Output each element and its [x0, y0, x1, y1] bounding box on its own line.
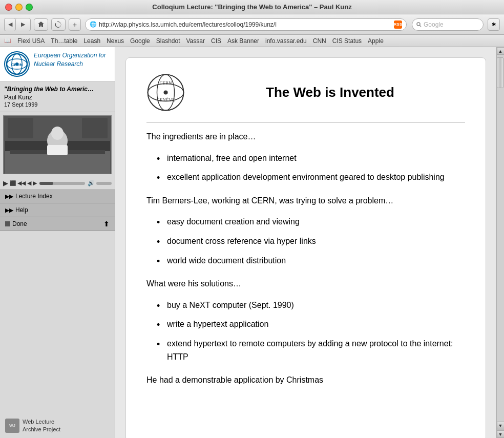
- bookmark-cnn[interactable]: CNN: [313, 37, 326, 45]
- help-link[interactable]: ▶▶ Help: [0, 203, 115, 217]
- bookmark-cis-status[interactable]: CIS Status: [332, 37, 362, 45]
- bookmark-flexi-usa[interactable]: Flexi USA: [17, 37, 45, 45]
- volume-slider[interactable]: [96, 182, 112, 185]
- play-button[interactable]: ▶: [3, 179, 8, 187]
- bookmark-nexus[interactable]: Nexus: [107, 37, 124, 45]
- slide-body: The ingredients are in place… internatio…: [146, 130, 465, 387]
- bookmark-vassar[interactable]: Vassar: [186, 37, 205, 45]
- bug-button[interactable]: ✱: [488, 18, 500, 31]
- bullet-item-1-1: international, free and open internet: [157, 152, 465, 165]
- lecture-index-link[interactable]: ▶▶ Lecture Index: [0, 190, 115, 203]
- svg-text:CERN: CERN: [11, 62, 23, 67]
- footer-text: He had a demonstrable application by Chr…: [146, 373, 465, 387]
- lecture-author: Paul Kunz: [4, 94, 111, 101]
- forward-button[interactable]: ▶: [16, 18, 30, 31]
- bookmark-cis[interactable]: CIS: [211, 37, 221, 45]
- bookmark-info-vassar[interactable]: info.vassar.edu: [265, 37, 307, 45]
- close-button[interactable]: [5, 4, 12, 11]
- bullet-item-3-3: extend hypertext to remote computers by …: [157, 337, 465, 363]
- done-left: Done: [5, 220, 27, 227]
- bookmark-slashdot[interactable]: Slashdot: [156, 37, 180, 45]
- volume-icon[interactable]: 🔊: [88, 180, 95, 186]
- help-label: Help: [15, 206, 28, 214]
- minimize-button[interactable]: [15, 4, 23, 11]
- wlap-logo: WJ: [5, 419, 19, 433]
- cern-text: Tim Berners-Lee, working at CERN, was tr…: [146, 194, 465, 207]
- upload-icon: ⬆: [103, 220, 110, 228]
- cern-header: CERN European Organization for Nuclear R…: [0, 47, 115, 81]
- next-button[interactable]: ▶: [33, 180, 37, 186]
- scroll-track[interactable]: [497, 55, 505, 422]
- arrow-icon-1: ▶▶: [5, 193, 13, 200]
- title-bar: Colloqium Lecture: "Bringing the Web to …: [0, 0, 504, 14]
- bookmark-table[interactable]: Th…table: [51, 37, 77, 45]
- scroll-bottom-button[interactable]: ▼: [497, 430, 505, 438]
- svg-point-19: [164, 91, 168, 95]
- intro-text: The ingredients are in place…: [146, 130, 465, 143]
- lecture-index-label: Lecture Index: [15, 193, 53, 200]
- window-title: Colloqium Lecture: "Bringing the Web to …: [152, 3, 351, 11]
- lecture-title: "Bringing the Web to Americ…: [4, 86, 111, 93]
- scroll-thumb[interactable]: [497, 57, 503, 88]
- bullet-item-3-1: buy a NeXT computer (Sept. 1990): [157, 299, 465, 312]
- rewind-button[interactable]: ◀◀: [17, 180, 26, 186]
- progress-fill: [39, 182, 53, 185]
- prev-button[interactable]: ◀: [27, 180, 31, 186]
- done-bar[interactable]: Done ⬆: [0, 217, 115, 231]
- bookmarks-icon: 📖: [4, 37, 11, 44]
- bookmark-ask-banner[interactable]: Ask Banner: [227, 37, 259, 45]
- done-label: Done: [12, 220, 27, 227]
- svg-point-12: [51, 127, 64, 140]
- cern-logo: CERN: [4, 51, 30, 77]
- slide-title: The Web is Invented: [195, 85, 465, 100]
- svg-line-1: [420, 25, 422, 27]
- bullet-item-2-3: world wide document distribution: [157, 254, 465, 267]
- svg-rect-14: [8, 118, 33, 138]
- bookmark-google[interactable]: Google: [130, 37, 150, 45]
- window-controls[interactable]: [5, 4, 33, 11]
- search-box[interactable]: Google: [412, 18, 484, 31]
- home-button[interactable]: [34, 18, 48, 31]
- maximize-button[interactable]: [26, 4, 33, 11]
- lecture-date: 17 Sept 1999: [4, 101, 111, 108]
- scroll-up-button[interactable]: ▲: [497, 47, 505, 55]
- bullet-list-3: buy a NeXT computer (Sept. 1990) write a…: [157, 299, 465, 363]
- bullet-item-1-2: excellent application development enviro…: [157, 171, 465, 184]
- video-frame: [5, 115, 110, 174]
- content-area[interactable]: GENÈVE CERN The Web is Invented The ingr…: [115, 47, 496, 438]
- home-icon: [37, 21, 45, 28]
- bug-icon: ✱: [492, 22, 496, 27]
- svg-point-0: [417, 23, 420, 26]
- scrollbar[interactable]: ▲ ▼ ▼: [496, 47, 504, 438]
- bullet-list-1: international, free and open internet ex…: [157, 152, 465, 184]
- wlap-subtitle: Archive Project: [23, 426, 60, 433]
- slide-header: GENÈVE CERN The Web is Invented: [146, 73, 465, 112]
- progress-track[interactable]: [39, 182, 85, 185]
- bookmark-apple[interactable]: Apple: [368, 37, 384, 45]
- address-bar[interactable]: 🌐 http://wlap.physics.lsa.umich.edu/cern…: [85, 18, 407, 31]
- scroll-down-button[interactable]: ▼: [497, 422, 505, 429]
- media-controls: ▶ ⬛ ◀◀ ◀ ▶ 🔊: [0, 177, 115, 190]
- stop-button[interactable]: ⬛: [10, 180, 16, 186]
- slide-cern-logo: GENÈVE CERN: [146, 73, 185, 112]
- svg-rect-13: [47, 145, 68, 155]
- plus-icon: +: [73, 20, 77, 29]
- main-area: CERN European Organization for Nuclear R…: [0, 47, 504, 438]
- done-square-icon: [5, 221, 10, 226]
- reload-icon: [55, 21, 62, 28]
- cern-org-name: European Organization for Nuclear Resear…: [34, 51, 111, 69]
- bullet-item-2-2: document cross reference via hyper links: [157, 235, 465, 248]
- divider: [146, 122, 465, 122]
- sidebar: CERN European Organization for Nuclear R…: [0, 47, 115, 438]
- wlap-footer: WJ Web Lecture Archive Project: [0, 413, 115, 438]
- location-icon: 🌐: [90, 21, 97, 28]
- back-button[interactable]: ◀: [5, 18, 16, 31]
- arrow-icon-2: ▶▶: [5, 207, 13, 214]
- bullet-item-2-1: easy document creation and viewing: [157, 215, 465, 228]
- bookmark-leash[interactable]: Leash: [83, 37, 100, 45]
- slide-container: GENÈVE CERN The Web is Invented The ingr…: [125, 57, 486, 438]
- video-player[interactable]: [3, 115, 112, 174]
- reload-button[interactable]: [51, 18, 66, 31]
- add-tab-button[interactable]: +: [69, 18, 81, 31]
- lecture-info: "Bringing the Web to Americ… Paul Kunz 1…: [0, 81, 115, 112]
